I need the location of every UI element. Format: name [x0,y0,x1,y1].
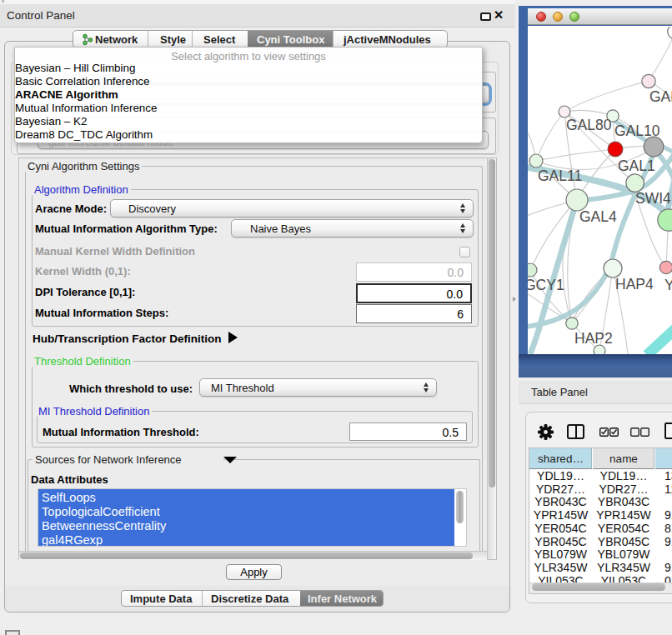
svg-text:HAP2: HAP2 [574,330,613,347]
svg-text:GAL1: GAL1 [618,158,655,174]
svg-text:GAL80: GAL80 [566,117,612,133]
svg-text:GAL4: GAL4 [579,208,617,225]
svg-text:HAP4: HAP4 [615,276,654,292]
svg-text:GAL7: GAL7 [649,88,672,105]
svg-text:SWI4: SWI4 [635,190,671,207]
svg-text:GCY1: GCY1 [528,277,564,293]
svg-text:GAL10: GAL10 [614,122,660,139]
svg-text:YE: YE [664,277,672,293]
svg-text:GAL11: GAL11 [538,168,582,184]
